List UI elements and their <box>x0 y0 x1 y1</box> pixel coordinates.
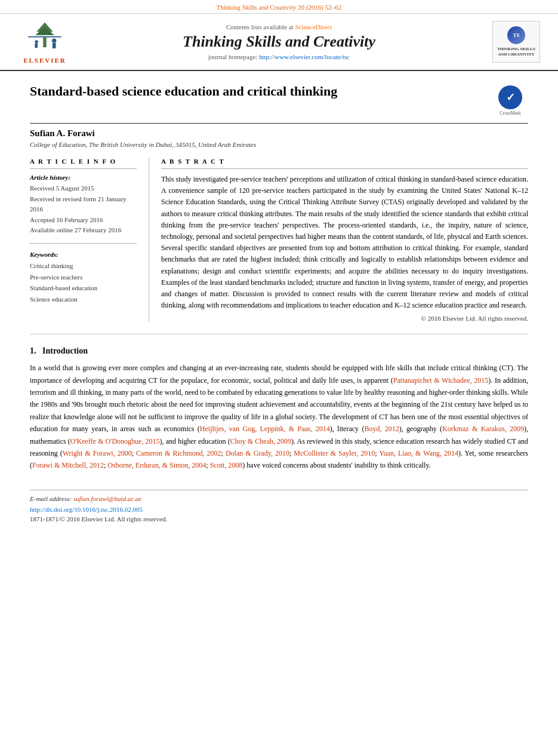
crossmark-label: CrossMark <box>500 110 521 116</box>
ref-yuan[interactable]: Yuan, Liao, & Wang, 2014 <box>379 449 458 457</box>
journal-header: ELSEVIER Contents lists available at Sci… <box>0 14 558 71</box>
homepage-link[interactable]: http://www.elsevier.com/locate/tsc <box>259 53 350 60</box>
svg-point-4 <box>52 38 56 42</box>
copyright-line: © 2016 Elsevier Ltd. All rights reserved… <box>161 315 528 322</box>
ref-cameron[interactable]: Cameron & Richmond, 2002 <box>136 449 221 457</box>
abstract-divider <box>161 168 528 169</box>
logo-circle-icon: TS <box>507 26 525 44</box>
article-title-section: Standard-based science education and cri… <box>30 83 528 124</box>
svg-rect-5 <box>53 43 56 48</box>
article-info-column: A R T I C L E I N F O Article history: R… <box>30 158 149 322</box>
elsevier-logo: ELSEVIER <box>18 20 72 64</box>
author-name: Sufian A. Forawi <box>30 128 528 139</box>
ref-wright[interactable]: Wright & Forawi, 2000 <box>63 449 132 457</box>
keyword-4: Science education <box>30 294 137 305</box>
ref-heijltjes[interactable]: Heijltjes, van Gog, Leppink, & Paas, 201… <box>200 425 330 433</box>
abstract-column: A B S T R A C T This study investigated … <box>161 158 528 322</box>
ref-mccollister[interactable]: McCollister & Sayler, 2010 <box>294 449 375 457</box>
email-line: E-mail address: sufian.forawi@buid.ac.ae <box>30 495 528 502</box>
abstract-label: A B S T R A C T <box>161 158 528 165</box>
journal-logo-right: TS THINKING SKILLS AND CREATIVITY <box>486 21 540 63</box>
intro-paragraph: In a world that is growing ever more com… <box>30 362 528 472</box>
ref-osborne[interactable]: Osborne, Erduran, & Simon, 2004 <box>107 461 206 469</box>
history-label: Article history: <box>30 174 137 181</box>
keyword-1: Critical thinking <box>30 260 137 272</box>
keywords-label: Keywords: <box>30 251 137 258</box>
section-divider <box>30 334 528 334</box>
doi-line: http://dx.doi.org/10.1016/j.tsc.2016.02.… <box>30 506 528 513</box>
journal-logo-text: THINKING SKILLS AND CREATIVITY <box>495 47 537 57</box>
top-bar: Thinking Skills and Creativity 20 (2016)… <box>0 0 558 14</box>
svg-rect-0 <box>28 36 61 38</box>
ref-dolan[interactable]: Dolan & Grady, 2010 <box>226 449 289 457</box>
ref-korkmaz[interactable]: Korkmaz & Karakus, 2009 <box>442 425 524 433</box>
article-body: A R T I C L E I N F O Article history: R… <box>30 158 528 322</box>
available-date: Available online 27 February 2016 <box>30 225 137 236</box>
keyword-2: Pre-service teachers <box>30 272 137 283</box>
footer-rights: 1871-1871/© 2016 Elsevier Ltd. All right… <box>30 515 528 523</box>
abstract-text: This study investigated pre-service teac… <box>161 174 528 311</box>
intro-heading: 1. Introduction <box>30 346 528 356</box>
journal-homepage-line: journal homepage: http://www.elsevier.co… <box>78 53 480 60</box>
svg-rect-1 <box>43 38 47 48</box>
received-date: Received 5 August 2015 <box>30 183 137 194</box>
divider <box>30 168 137 169</box>
ref-forawi[interactable]: Forawi & Mitchell, 2012 <box>32 461 104 469</box>
email-link[interactable]: sufian.forawi@buid.ac.ae <box>73 495 141 502</box>
article-info-label: A R T I C L E I N F O <box>30 158 137 165</box>
divider2 <box>30 243 137 244</box>
accepted-date: Accepted 16 February 2016 <box>30 215 137 226</box>
crossmark-logo: ✓ CrossMark <box>492 85 528 116</box>
svg-point-6 <box>35 40 38 44</box>
journal-main-title: Thinking Skills and Creativity <box>78 33 480 51</box>
keyword-3: Standard-based education <box>30 282 137 294</box>
received-revised-date: Received in revised form 21 January 2016 <box>30 194 137 215</box>
ref-okeeffe[interactable]: O'Keeffe & O'Donoghue, 2015 <box>70 437 160 445</box>
main-content: Standard-based science education and cri… <box>0 71 558 534</box>
ref-choy[interactable]: Choy & Cheah, 2009 <box>230 437 291 445</box>
doi-link[interactable]: http://dx.doi.org/10.1016/j.tsc.2016.02.… <box>30 506 143 513</box>
introduction-section: 1. Introduction In a world that is growi… <box>30 346 528 472</box>
article-main-title: Standard-based science education and cri… <box>30 83 480 100</box>
ref-boyd[interactable]: Boyd, 2012 <box>364 425 399 433</box>
journal-ref: Thinking Skills and Creativity 20 (2016)… <box>217 4 342 11</box>
contents-available-text: Contents lists available at ScienceDirec… <box>78 23 480 30</box>
elsevier-brand-text: ELSEVIER <box>23 57 66 64</box>
footer-section: E-mail address: sufian.forawi@buid.ac.ae… <box>30 490 528 523</box>
ref-pattanapichet[interactable]: Pattanapichet & Wichadee, 2015 <box>393 376 488 385</box>
ref-scott[interactable]: Scott, 2008 <box>210 461 243 469</box>
svg-rect-7 <box>35 44 38 48</box>
journal-logo-box: TS THINKING SKILLS AND CREATIVITY <box>492 21 540 63</box>
journal-title-block: Contents lists available at ScienceDirec… <box>78 23 480 60</box>
crossmark-icon: ✓ <box>498 85 522 109</box>
author-affiliation: College of Education, The British Univer… <box>30 141 528 148</box>
sciencedirect-link[interactable]: ScienceDirect <box>295 23 332 30</box>
